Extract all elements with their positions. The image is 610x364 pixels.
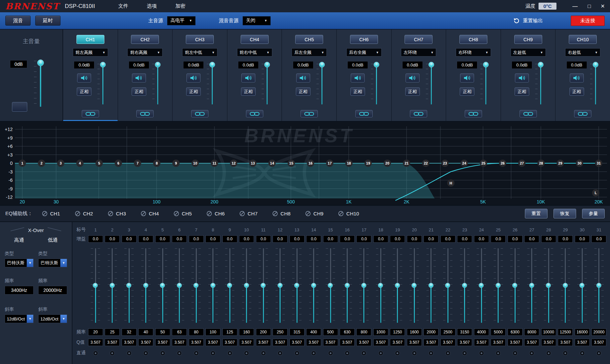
menu-file[interactable]: 文件 (118, 3, 128, 9)
slider-knob[interactable] (395, 283, 400, 288)
band-17-bypass-radio[interactable] (361, 351, 366, 356)
channel-phase-button[interactable]: 正相 (350, 87, 365, 96)
band-25-freq-field[interactable]: 5000 (491, 328, 506, 336)
channel-gain-value[interactable]: 0.0dB (129, 61, 149, 69)
mix-button[interactable]: 混音 (5, 16, 31, 26)
channel-phase-button[interactable]: 正相 (186, 87, 201, 96)
channel-select-button-ch8[interactable]: CH8 (459, 35, 487, 44)
eq-point-26[interactable]: 26 (499, 160, 506, 167)
channel-name-dropdown[interactable]: 右环绕 ▼ (456, 48, 491, 57)
slider-knob[interactable] (428, 283, 433, 288)
eq-aux-toggle-ch4[interactable]: CH4 (141, 211, 159, 216)
band-3-gain-slider[interactable] (123, 246, 135, 325)
band-27-q-field[interactable]: 3.507 (524, 339, 539, 346)
channel-name-dropdown[interactable]: 左环绕 ▼ (401, 48, 436, 57)
eq-point-10[interactable]: 10 (191, 160, 199, 167)
channel-select-button-ch9[interactable]: CH9 (514, 35, 542, 44)
channel-link-button[interactable] (574, 110, 591, 117)
eq-point-19[interactable]: 19 (364, 160, 372, 167)
band-25-q-field[interactable]: 3.507 (491, 339, 506, 346)
slider-knob[interactable] (529, 283, 534, 288)
channel-select-button-ch7[interactable]: CH7 (405, 35, 432, 44)
chevron-down-icon[interactable]: ▼ (27, 259, 33, 267)
band-31-gain-field[interactable]: 0.0 (591, 235, 606, 243)
band-23-gain-field[interactable]: 0.0 (457, 235, 472, 243)
band-15-bypass-radio[interactable] (328, 351, 333, 356)
band-25-bypass-radio[interactable] (496, 351, 501, 356)
band-16-freq-field[interactable]: 630 (340, 328, 355, 336)
channel-link-button[interactable] (465, 110, 482, 117)
channel-link-button[interactable] (82, 110, 99, 117)
slider-knob[interactable] (278, 283, 283, 288)
minimize-button[interactable]: — (572, 3, 578, 9)
slider-knob[interactable] (445, 283, 450, 288)
channel-volume-slider[interactable] (535, 61, 545, 106)
band-21-gain-slider[interactable] (426, 246, 437, 325)
reset-output-button[interactable]: 重置输出 (513, 17, 543, 24)
eq-point-31[interactable]: 31 (595, 160, 602, 167)
channel-mute-button[interactable] (351, 73, 365, 82)
close-button[interactable]: × (601, 2, 605, 10)
slider-knob[interactable] (361, 283, 366, 288)
band-9-q-field[interactable]: 3.507 (222, 339, 237, 346)
slider-knob[interactable] (319, 62, 325, 67)
channel-name-dropdown[interactable]: 前右中低 ▼ (237, 48, 272, 57)
channel-gain-value[interactable]: 0.0dB (512, 61, 532, 69)
band-27-gain-field[interactable]: 0.0 (524, 235, 539, 243)
eq-point-13[interactable]: 13 (249, 160, 257, 167)
channel-name-dropdown[interactable]: 后右全频 ▼ (346, 48, 382, 57)
channel-gain-value[interactable]: 0.0dB (238, 61, 259, 69)
band-19-gain-field[interactable]: 0.0 (390, 235, 405, 243)
eq-point-16[interactable]: 16 (307, 160, 314, 167)
band-8-gain-field[interactable]: 0.0 (205, 235, 220, 243)
slider-track[interactable] (102, 64, 103, 104)
slider-knob[interactable] (483, 62, 489, 67)
band-7-q-field[interactable]: 3.507 (189, 339, 204, 346)
slider-knob[interactable] (496, 283, 501, 288)
band-15-q-field[interactable]: 3.507 (323, 339, 338, 346)
band-15-freq-field[interactable]: 500 (323, 328, 338, 336)
slider-knob[interactable] (512, 283, 517, 288)
band-14-freq-field[interactable]: 400 (306, 328, 321, 336)
channel-volume-slider[interactable] (97, 61, 107, 106)
slider-track[interactable] (157, 64, 158, 104)
slider-knob[interactable] (328, 283, 333, 288)
band-29-gain-slider[interactable] (560, 246, 571, 325)
band-17-gain-field[interactable]: 0.0 (356, 235, 371, 243)
slider-knob[interactable] (345, 283, 350, 288)
eq-aux-toggle-ch9[interactable]: CH9 (305, 211, 323, 216)
band-26-freq-field[interactable]: 6300 (508, 328, 523, 336)
channel-phase-button[interactable]: 正相 (77, 87, 91, 96)
band-11-gain-field[interactable]: 0.0 (256, 235, 271, 243)
slider-knob[interactable] (100, 62, 106, 67)
band-29-bypass-radio[interactable] (563, 351, 568, 356)
band-14-gain-slider[interactable] (308, 246, 319, 325)
band-16-gain-slider[interactable] (342, 246, 353, 325)
slider-track[interactable] (212, 64, 213, 104)
band-30-bypass-radio[interactable] (580, 351, 585, 356)
band-10-q-field[interactable]: 3.507 (239, 339, 254, 346)
eq-point-12[interactable]: 12 (230, 160, 237, 167)
channel-gain-value[interactable]: 0.0dB (402, 61, 423, 69)
slider-knob[interactable] (37, 60, 44, 66)
band-4-freq-field[interactable]: 40 (138, 328, 153, 336)
band-26-gain-field[interactable]: 0.0 (508, 235, 523, 243)
eq-point-17[interactable]: 17 (326, 160, 333, 167)
slider-track[interactable] (540, 64, 541, 104)
channel-select-button-ch1[interactable]: CH1 (76, 35, 104, 44)
band-27-bypass-radio[interactable] (529, 351, 534, 356)
band-31-q-field[interactable]: 3.507 (591, 339, 606, 346)
slider-knob[interactable] (261, 283, 266, 288)
band-30-freq-field[interactable]: 16000 (575, 328, 590, 336)
band-8-gain-slider[interactable] (207, 246, 219, 325)
channel-name-dropdown[interactable]: 左超低 ▼ (511, 48, 546, 57)
channel-phase-button[interactable]: 正相 (569, 87, 584, 96)
band-20-bypass-radio[interactable] (412, 351, 417, 356)
band-22-freq-field[interactable]: 2500 (440, 328, 455, 336)
menu-options[interactable]: 选项 (147, 3, 157, 9)
eq-point-20[interactable]: 20 (384, 160, 391, 167)
eq-restore-button[interactable]: 恢复 (553, 209, 576, 218)
slider-knob[interactable] (479, 283, 484, 288)
slider-knob[interactable] (244, 283, 249, 288)
band-6-q-field[interactable]: 3.507 (172, 339, 187, 346)
